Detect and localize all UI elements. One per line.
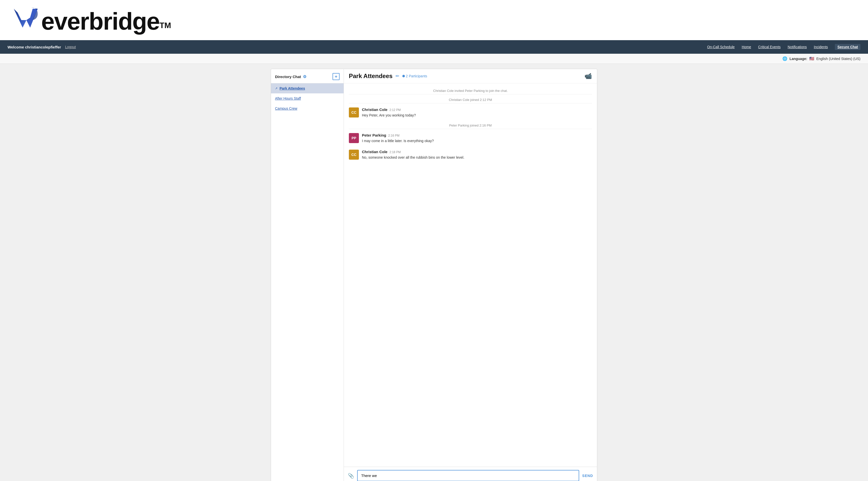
language-label: Language: <box>789 57 807 61</box>
nav-critical-events[interactable]: Critical Events <box>758 45 781 49</box>
logo-icon <box>10 6 40 36</box>
nav-secure-chat[interactable]: Secure Chat <box>835 44 861 50</box>
message-header-2: Peter Parking 2:16 PM <box>362 133 592 137</box>
sidebar-title: Directory Chat ⚙ <box>275 74 306 79</box>
logout-button[interactable]: Logout <box>65 45 76 49</box>
avatar-cc-1: CC <box>349 107 359 118</box>
sidebar-header: Directory Chat ⚙ + <box>271 69 344 83</box>
message-time-3: 2:18 PM <box>390 150 401 154</box>
nav-left: Welcome christiancolepfieffer Logout <box>7 45 76 49</box>
message-time-2: 2:16 PM <box>388 134 400 137</box>
input-area: 📎 SEND <box>344 467 597 481</box>
nav-home[interactable]: Home <box>742 45 751 49</box>
chat-sidebar: Directory Chat ⚙ + ↗ Park Attendees Afte… <box>271 69 344 481</box>
message-text-1: Hey Peter, Are you working today? <box>362 113 592 118</box>
nav-bar: Welcome christiancolepfieffer Logout On-… <box>0 40 868 54</box>
after-hours-staff-link[interactable]: After Hours Staff <box>275 96 301 100</box>
participants-label: Participants <box>409 74 427 78</box>
language-flag: 🇺🇸 <box>809 56 814 61</box>
message-sender-1: Christian Cole <box>362 107 388 112</box>
message-row-3: CC Christian Cole 2:18 PM No, someone kn… <box>349 148 592 162</box>
park-attendees-link[interactable]: Park Attendees <box>280 86 305 90</box>
welcome-text: Welcome christiancolepfieffer <box>7 45 61 49</box>
message-text-2: I may come in a little later. Is everyth… <box>362 138 592 143</box>
message-sender-2: Peter Parking <box>362 133 386 137</box>
edit-icon[interactable]: ✏ <box>396 73 399 79</box>
nav-incidents[interactable]: Incidents <box>814 45 828 49</box>
sidebar-title-text: Directory Chat <box>275 74 301 79</box>
message-header-3: Christian Cole 2:18 PM <box>362 150 592 154</box>
message-row-1: CC Christian Cole 2:12 PM Hey Peter, Are… <box>349 105 592 120</box>
avatar-cc-2: CC <box>349 150 359 160</box>
message-time-1: 2:12 PM <box>390 108 401 112</box>
language-value: English (United States) (US) <box>816 57 861 61</box>
avatar-initials-cc: CC <box>351 110 356 115</box>
message-content-3: Christian Cole 2:18 PM No, someone knock… <box>362 150 592 160</box>
messages-area: Christian Cole invited Peter Parking to … <box>344 83 597 467</box>
language-bar: 🌐 Language: 🇺🇸 English (United States) (… <box>0 54 868 64</box>
chat-header: Park Attendees ✏ 2 Participants 📹 <box>344 69 597 83</box>
message-content-2: Peter Parking 2:16 PM I may come in a li… <box>362 133 592 143</box>
logo-area: everbridgeTM <box>0 0 868 40</box>
video-call-button[interactable]: 📹 <box>584 72 592 79</box>
external-link-icon: ↗ <box>275 87 278 90</box>
system-message-3: Peter Parking joined 2:16 PM <box>349 122 592 129</box>
sidebar-item-park-attendees[interactable]: ↗ Park Attendees <box>271 83 344 93</box>
message-sender-3: Christian Cole <box>362 150 388 154</box>
nav-on-call-schedule[interactable]: On-Call Schedule <box>707 45 735 49</box>
participants-dot <box>402 75 405 77</box>
chat-title-area: Park Attendees ✏ 2 Participants <box>349 72 427 79</box>
avatar-pp: PP <box>349 133 359 143</box>
participants-count: 2 <box>406 74 408 78</box>
avatar-initials-cc-2: CC <box>351 153 356 157</box>
campus-crew-link[interactable]: Campus Crew <box>275 106 298 110</box>
message-row-2: PP Peter Parking 2:16 PM I may come in a… <box>349 131 592 146</box>
nav-notifications[interactable]: Notifications <box>787 45 807 49</box>
logo-container: everbridgeTM <box>10 6 171 36</box>
message-header-1: Christian Cole 2:12 PM <box>362 107 592 112</box>
message-input[interactable] <box>357 470 579 481</box>
system-message-1: Christian Cole invited Peter Parking to … <box>349 87 592 94</box>
avatar-initials-pp: PP <box>352 136 356 140</box>
send-button[interactable]: SEND <box>582 474 593 478</box>
chat-title: Park Attendees <box>349 72 393 79</box>
chat-container: Directory Chat ⚙ + ↗ Park Attendees Afte… <box>271 69 597 481</box>
system-message-2: Christian Cole joined 2:12 PM <box>349 96 592 103</box>
participants-badge: 2 Participants <box>402 74 427 78</box>
globe-icon: 🌐 <box>782 56 787 61</box>
attach-button[interactable]: 📎 <box>348 473 354 479</box>
sidebar-item-campus-crew[interactable]: Campus Crew <box>271 103 344 114</box>
message-text-3: No, someone knocked over all the rubbish… <box>362 155 592 160</box>
chat-main: Park Attendees ✏ 2 Participants 📹 Christ… <box>344 69 597 481</box>
logo-text: everbridgeTM <box>41 9 171 33</box>
sidebar-item-after-hours-staff[interactable]: After Hours Staff <box>271 93 344 103</box>
gear-icon[interactable]: ⚙ <box>303 74 306 79</box>
main-content: Directory Chat ⚙ + ↗ Park Attendees Afte… <box>0 64 868 481</box>
nav-right: On-Call Schedule Home Critical Events No… <box>707 44 861 50</box>
message-content-1: Christian Cole 2:12 PM Hey Peter, Are yo… <box>362 107 592 118</box>
add-chat-button[interactable]: + <box>333 73 340 80</box>
